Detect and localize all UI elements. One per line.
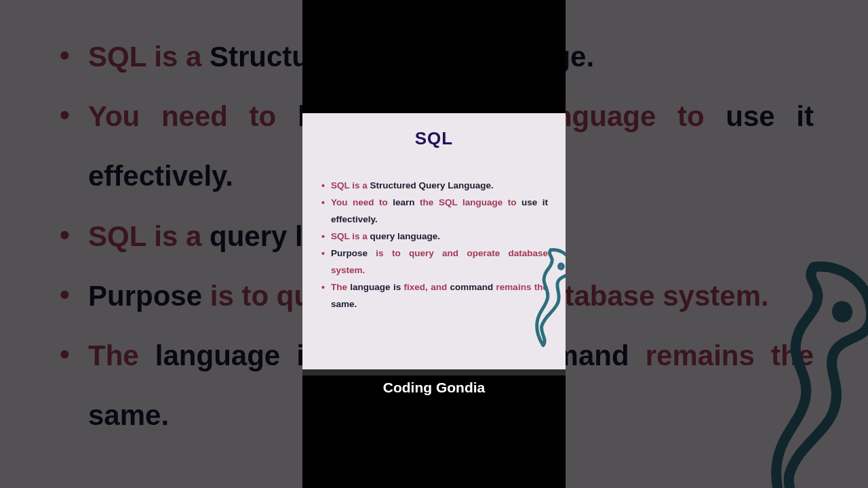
bullet-text-span: the SQL language to [420, 197, 521, 207]
slide-title: SQL [320, 128, 548, 149]
bullet-text-span: SQL is a [88, 220, 210, 252]
bullet-text-span: The [88, 340, 155, 371]
stage: SQL is a Structured Query Language.You n… [0, 0, 868, 488]
mysql-dolphin-icon [506, 242, 566, 350]
mysql-dolphin-icon [692, 251, 868, 488]
bullet-text-span: language is [350, 282, 403, 292]
short-video-column: SQL SQL is a Structured Query Language.Y… [302, 0, 566, 488]
bullet-item: SQL is a Structured Query Language. [320, 178, 548, 195]
bullet-text-span: learn [393, 197, 420, 207]
bullet-text-span: Purpose [331, 248, 376, 258]
bullet-text-span: SQL is a [331, 180, 370, 190]
bullet-text-span: Purpose [88, 280, 210, 312]
bullet-item: You need to learn the SQL language to us… [320, 195, 548, 228]
separator-bar [302, 369, 566, 375]
top-black-bar [302, 0, 566, 113]
bullet-text-span: fixed, [404, 282, 431, 292]
slide-card: SQL SQL is a Structured Query Language.Y… [302, 113, 566, 369]
bullet-text-span: SQL is a [88, 41, 210, 73]
bullet-text-span: SQL is a [331, 231, 370, 241]
channel-name: Coding Gondia [383, 380, 485, 395]
bullet-text-span: Structured Query Language. [370, 180, 494, 190]
bullet-text-span: query language. [370, 231, 441, 241]
bullet-text-span: You need to [331, 197, 393, 207]
bullet-text-span: You need to [88, 100, 298, 132]
bullet-text-span: same. [88, 399, 169, 431]
caption-bar: Coding Gondia [302, 375, 566, 488]
bullet-text-span: same. [331, 299, 357, 309]
bullet-text-span: command [450, 282, 496, 292]
bullet-text-span: and [431, 282, 450, 292]
bullet-text-span: The [331, 282, 350, 292]
